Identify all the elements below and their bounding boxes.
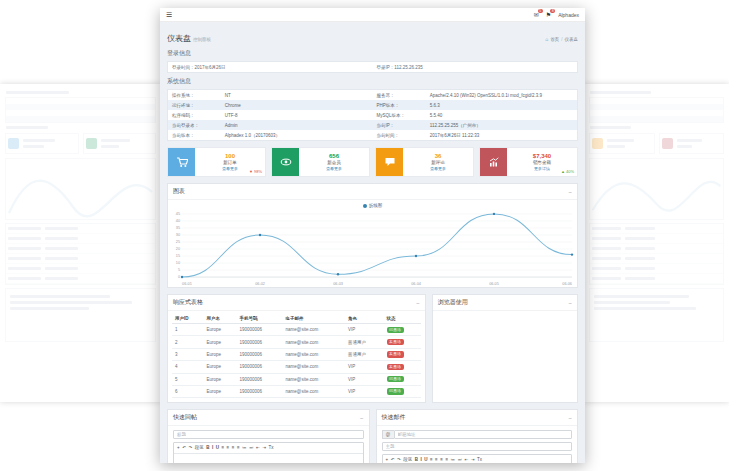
background-window-right	[584, 84, 729, 402]
add-button[interactable]: +	[177, 445, 180, 450]
table-cell: 190000006	[237, 336, 283, 348]
collapse-button[interactable]: −	[568, 415, 572, 421]
subject-input[interactable]	[382, 442, 573, 451]
bullet-list-button[interactable]: ≔	[451, 457, 456, 462]
table-cell: Europe	[203, 385, 236, 397]
italic-button[interactable]: I	[420, 457, 421, 462]
table-cell: Europe	[203, 361, 236, 373]
members-table: 用户ID用户名手机号码电子邮件角色状态 1Europe190000006name…	[172, 313, 421, 398]
indent-button[interactable]: ⇥	[262, 445, 266, 450]
background-window-left	[0, 84, 161, 402]
collapse-button[interactable]: −	[568, 189, 572, 195]
format-select[interactable]: 段落	[195, 445, 204, 450]
notifications-icon[interactable]: ⚑8	[546, 12, 551, 18]
align-right-button[interactable]: ≡	[440, 457, 443, 462]
clear-format-button[interactable]: Tx	[269, 445, 274, 450]
table-cell: VIP	[345, 385, 384, 397]
bold-button[interactable]: B	[415, 457, 418, 462]
sysinfo-row: 运行环境：ChromePHP版本：5.6.3	[168, 100, 578, 110]
rich-text-editor: +↶↷段落BIU≡≡≡≡≔≕⇤⇥Tx 0 WORDS	[173, 442, 364, 463]
svg-text:06-03: 06-03	[333, 282, 343, 286]
editor-content-area[interactable]	[174, 454, 363, 463]
post-title-input[interactable]	[173, 430, 364, 439]
undo-button[interactable]: ↶	[182, 445, 186, 450]
stat-label: 新会员	[327, 160, 341, 165]
table-cell: name@site.com	[283, 324, 345, 336]
status-badge: 已激活	[387, 388, 404, 394]
collapse-button[interactable]: −	[568, 300, 572, 306]
clear-format-button[interactable]: Tx	[477, 457, 482, 462]
table-row: 2Europe190000006name@site.com普通用户未激活	[172, 336, 421, 348]
indent-button[interactable]: ⇥	[471, 457, 475, 462]
add-button[interactable]: +	[386, 457, 389, 462]
stat-delta: ▲ 40%	[561, 169, 574, 174]
stat-card-sales: $7,340 销售金额 更多详情 ▲ 40%	[479, 147, 578, 177]
align-justify-button[interactable]: ≡	[445, 457, 448, 462]
align-left-button[interactable]: ≡	[221, 445, 224, 450]
underline-button[interactable]: U	[424, 457, 427, 462]
chart-panel: 图表 − 折线图 05101520253035404506-0106-0206-…	[167, 183, 578, 288]
eye-icon	[272, 148, 299, 176]
table-row: 6Europe190000006name@site.comVIP已激活	[172, 385, 421, 397]
view-more-link[interactable]: 查看更多	[430, 166, 446, 171]
email-address-input[interactable]	[394, 430, 573, 439]
stat-label: 新订单	[223, 160, 237, 165]
sysinfo-row: 操作系统：NT服务器：Apache/2.4.10 (Win32) OpenSSL…	[168, 90, 578, 101]
table-cell: VIP	[345, 373, 384, 385]
svg-text:0: 0	[178, 275, 180, 279]
breadcrumb: ⌂ 首页 / 仪表盘	[545, 36, 578, 42]
svg-text:06-06: 06-06	[562, 282, 572, 286]
messages-icon[interactable]: ✉5	[534, 12, 539, 18]
table-cell: 190000006	[237, 373, 283, 385]
collapse-button[interactable]: −	[416, 300, 420, 306]
page-title-group: 仪表盘控制面板	[167, 27, 211, 45]
breadcrumb-separator: /	[561, 37, 562, 42]
undo-button[interactable]: ↶	[391, 457, 395, 462]
table-cell: 6	[172, 385, 203, 397]
table-cell: Europe	[203, 348, 236, 360]
align-center-button[interactable]: ≡	[435, 457, 438, 462]
username[interactable]: Alphadex	[558, 12, 579, 18]
column-header: 手机号码	[237, 313, 283, 324]
quick-mail-title: 快速邮件	[382, 413, 406, 422]
align-left-button[interactable]: ≡	[430, 457, 433, 462]
underline-button[interactable]: U	[216, 445, 219, 450]
numbered-list-button[interactable]: ≕	[458, 457, 463, 462]
table-cell: 1	[172, 324, 203, 336]
outdent-button[interactable]: ⇤	[256, 445, 260, 450]
table-cell: 4	[172, 361, 203, 373]
messages-badge: 5	[538, 9, 543, 14]
editor-toolbar: +↶↷段落BIU≡≡≡≡≔≕⇤⇥Tx	[174, 443, 363, 453]
align-justify-button[interactable]: ≡	[237, 445, 240, 450]
italic-button[interactable]: I	[212, 445, 213, 450]
stat-value: 656	[329, 153, 339, 159]
legend-label: 折线图	[369, 203, 383, 208]
table-cell: 2	[172, 336, 203, 348]
stat-value: 36	[435, 153, 442, 159]
align-right-button[interactable]: ≡	[232, 445, 235, 450]
breadcrumb-home[interactable]: 首页	[550, 37, 559, 42]
numbered-list-button[interactable]: ≕	[249, 445, 254, 450]
collapse-button[interactable]: −	[360, 415, 364, 421]
members-table-body: 1Europe190000006name@site.comVIP已激活2Euro…	[172, 324, 421, 398]
stat-card-orders: 100 新订单 查看更多 ▼ 98%	[167, 147, 266, 177]
page-title: 仪表盘	[167, 34, 191, 43]
format-select[interactable]: 段落	[403, 457, 412, 462]
align-center-button[interactable]: ≡	[227, 445, 230, 450]
sidebar-toggle-icon[interactable]: ☰	[166, 11, 172, 18]
table-row: 4Europe190000006name@site.comVIP未激活	[172, 361, 421, 373]
bullet-list-button[interactable]: ≔	[242, 445, 247, 450]
redo-button[interactable]: ↷	[188, 445, 192, 450]
bold-button[interactable]: B	[206, 445, 209, 450]
editor-toolbar: +↶↷段落BIU≡≡≡≡≔≕⇤⇥Tx	[383, 455, 572, 463]
dashboard-window: ☰ ✉5 ⚑8 Alphadex 仪表盘控制面板 ⌂ 首页 / 仪表盘 登录信息…	[160, 8, 585, 463]
page-subtitle: 控制面板	[193, 37, 211, 42]
view-more-link[interactable]: 查看更多	[326, 166, 342, 171]
view-more-link[interactable]: 更多详情	[534, 166, 550, 171]
view-more-link[interactable]: 查看更多	[222, 166, 238, 171]
notifications-badge: 8	[550, 9, 555, 14]
quick-post-panel: 快速回帖 − +↶↷段落BIU≡≡≡≡≔≕⇤⇥Tx 0 WORDS 发送	[167, 409, 370, 463]
quick-post-title: 快速回帖	[173, 413, 197, 422]
redo-button[interactable]: ↷	[397, 457, 401, 462]
outdent-button[interactable]: ⇤	[465, 457, 469, 462]
